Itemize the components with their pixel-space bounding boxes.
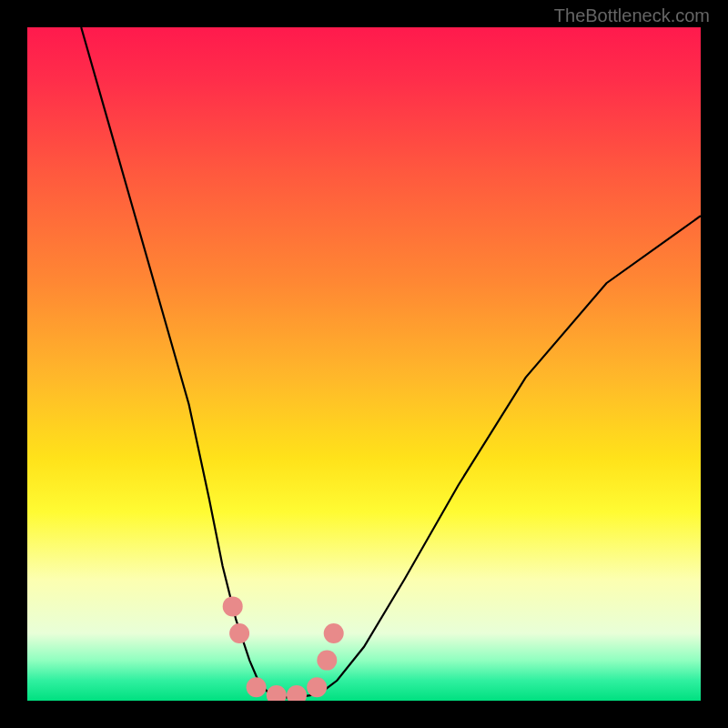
marker-point <box>324 623 344 643</box>
chart-plot-area <box>27 27 701 701</box>
marker-point <box>247 677 267 697</box>
marker-point <box>267 685 287 701</box>
marker-point <box>287 685 307 701</box>
highlight-markers <box>223 596 344 701</box>
watermark-text: TheBottleneck.com <box>554 5 710 26</box>
marker-point <box>307 677 327 697</box>
marker-point <box>229 623 249 643</box>
chart-svg <box>27 27 701 701</box>
bottleneck-curve <box>81 27 701 697</box>
marker-point <box>223 596 243 616</box>
marker-point <box>317 651 337 671</box>
